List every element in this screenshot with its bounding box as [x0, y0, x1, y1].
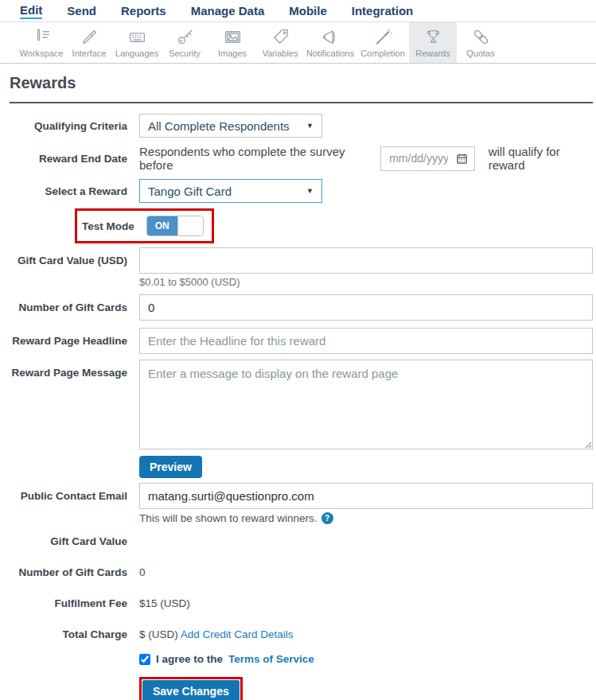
- save-row: Save Changes: [139, 677, 593, 700]
- contact-email-help: This will be shown to reward winners. ?: [139, 512, 593, 524]
- interface-icon: [80, 26, 99, 47]
- qualifying-criteria-select[interactable]: All Complete Respondents ▼: [139, 114, 322, 138]
- toolbar-item-workspace[interactable]: Workspace: [18, 22, 65, 63]
- toolbar-item-notifications[interactable]: Notifications: [304, 22, 356, 63]
- nav-item-reports[interactable]: Reports: [121, 4, 166, 18]
- fulfilment-fee-label: Fulfilment Fee: [10, 597, 127, 609]
- languages-icon: [127, 26, 147, 47]
- gift-card-value-help: $0.01 to $5000 (USD): [139, 276, 593, 288]
- page-title: Rewards: [10, 64, 593, 92]
- agree-checkbox[interactable]: [139, 654, 150, 665]
- notifications-icon: [321, 26, 341, 47]
- nav-item-mobile[interactable]: Mobile: [289, 4, 327, 18]
- save-changes-button[interactable]: Save Changes: [142, 680, 240, 700]
- total-charge-label: Total Charge: [10, 628, 127, 640]
- preview-row: Preview: [139, 456, 593, 478]
- select-reward-label: Select a Reward: [10, 185, 127, 197]
- security-icon: [175, 26, 195, 47]
- nav-item-integration[interactable]: Integration: [352, 4, 414, 18]
- select-reward-row: Select a Reward Tango Gift Card ▼: [10, 179, 593, 203]
- agree-row: I agree to the Terms of Service: [139, 653, 593, 665]
- rewards-form: Qualifying Criteria All Complete Respond…: [10, 114, 593, 700]
- test-mode-annotation-box: Test Mode ON: [75, 208, 214, 243]
- terms-of-service-link[interactable]: Terms of Service: [228, 653, 314, 665]
- calendar-icon[interactable]: [456, 153, 468, 165]
- gift-card-value-label: Gift Card Value (USD): [10, 255, 127, 266]
- qualifying-criteria-label: Qualifying Criteria: [10, 120, 127, 132]
- toolbar-item-security[interactable]: Security: [161, 22, 208, 63]
- settings-toolbar: Workspace Interface Languages Security I…: [0, 22, 596, 64]
- message-label: Reward Page Message: [10, 360, 127, 379]
- toolbar-item-images[interactable]: Images: [208, 22, 256, 63]
- summary-gift-card-value-label: Gift Card Value: [10, 535, 127, 547]
- toolbar-item-languages[interactable]: Languages: [113, 22, 161, 63]
- gift-card-value-row: Gift Card Value (USD): [10, 247, 593, 274]
- completion-icon: [373, 26, 393, 47]
- test-mode-row: Test Mode ON: [75, 208, 593, 243]
- variables-icon: [271, 26, 290, 47]
- end-date-input[interactable]: [389, 152, 448, 165]
- summary-gift-card-value-row: Gift Card Value: [10, 535, 593, 547]
- headline-label: Reward Page Headline: [10, 335, 127, 347]
- select-reward-select[interactable]: Tango Gift Card ▼: [139, 179, 322, 203]
- help-icon[interactable]: ?: [321, 512, 333, 524]
- toolbar-item-quotas[interactable]: Quotas: [457, 22, 504, 63]
- summary-num-gift-cards-value: 0: [139, 566, 146, 578]
- fulfilment-fee-value: $15 (USD): [139, 597, 190, 609]
- agree-text: I agree to the: [156, 653, 223, 665]
- top-nav: Edit Send Reports Manage Data Mobile Int…: [0, 0, 596, 22]
- end-date-field[interactable]: [380, 146, 474, 171]
- images-icon: [223, 26, 243, 47]
- total-charge-value: $ (USD) Add Credit Card Details: [139, 628, 294, 640]
- headline-row: Reward Page Headline: [10, 328, 593, 354]
- quotas-icon: [471, 26, 491, 47]
- toolbar-item-interface[interactable]: Interface: [65, 22, 113, 63]
- summary-num-gift-cards-label: Number of Gift Cards: [10, 566, 127, 578]
- summary-num-gift-cards-row: Number of Gift Cards 0: [10, 566, 593, 578]
- nav-item-send[interactable]: Send: [67, 4, 96, 18]
- test-mode-toggle[interactable]: ON: [146, 216, 204, 236]
- gift-card-value-input[interactable]: [139, 247, 593, 274]
- preview-button[interactable]: Preview: [139, 456, 202, 478]
- contact-email-row: Public Contact Email: [10, 483, 593, 509]
- test-mode-label: Test Mode: [82, 220, 134, 232]
- num-gift-cards-input[interactable]: [139, 294, 593, 321]
- toolbar-item-rewards[interactable]: Rewards: [409, 22, 457, 63]
- reward-end-date-label: Reward End Date: [10, 153, 127, 165]
- chevron-down-icon: ▼: [306, 122, 314, 130]
- num-gift-cards-label: Number of Gift Cards: [10, 301, 127, 313]
- rewards-icon: [423, 26, 443, 47]
- qualifying-criteria-row: Qualifying Criteria All Complete Respond…: [10, 114, 593, 138]
- end-date-suffix-text: will qualify for reward: [489, 145, 593, 172]
- reward-end-date-row: Reward End Date Respondents who complete…: [10, 145, 593, 172]
- headline-input[interactable]: [139, 328, 593, 354]
- toggle-knob[interactable]: [177, 216, 203, 235]
- nav-item-edit[interactable]: Edit: [20, 3, 42, 19]
- rewards-page: Rewards Qualifying Criteria All Complete…: [0, 64, 596, 700]
- num-gift-cards-row: Number of Gift Cards: [10, 294, 593, 321]
- toolbar-item-variables[interactable]: Variables: [256, 22, 304, 63]
- end-date-prefix-text: Respondents who complete the survey befo…: [139, 145, 367, 172]
- save-annotation-box: Save Changes: [139, 677, 243, 700]
- chevron-down-icon: ▼: [306, 187, 314, 195]
- contact-email-input[interactable]: [139, 483, 593, 509]
- workspace-icon: [32, 26, 52, 47]
- toolbar-item-completion[interactable]: Completion: [356, 22, 409, 63]
- total-charge-row: Total Charge $ (USD) Add Credit Card Det…: [10, 628, 593, 640]
- message-row: Reward Page Message: [10, 360, 593, 449]
- title-divider: [10, 102, 593, 103]
- message-textarea[interactable]: [139, 360, 593, 449]
- fulfilment-fee-row: Fulfilment Fee $15 (USD): [10, 597, 593, 609]
- add-credit-card-link[interactable]: Add Credit Card Details: [181, 628, 294, 640]
- nav-item-manage-data[interactable]: Manage Data: [191, 4, 265, 18]
- contact-email-label: Public Contact Email: [10, 490, 127, 502]
- toggle-on-label: ON: [147, 216, 177, 235]
